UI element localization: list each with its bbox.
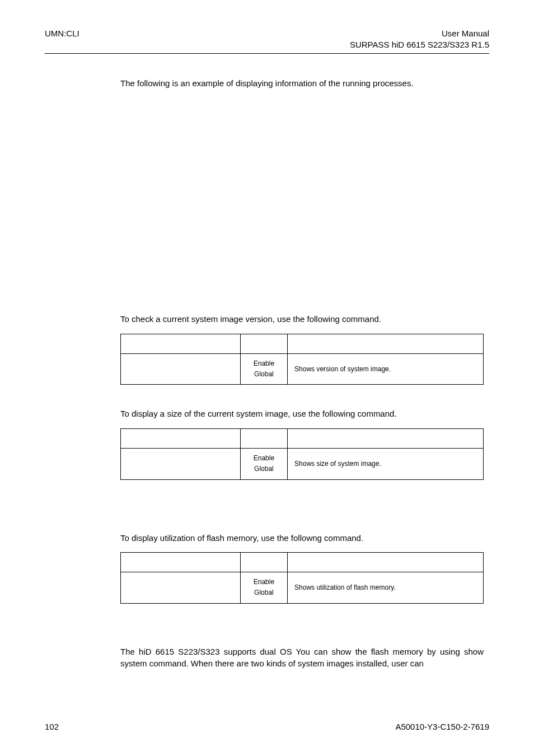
table-row: Enable Global Shows size of system image… <box>121 449 484 479</box>
mode-line: Global <box>254 589 274 596</box>
mode-line: Enable <box>254 454 274 462</box>
mode-cell: Enable Global <box>240 449 287 479</box>
mode-line: Enable <box>254 360 274 367</box>
header-rule <box>45 53 489 54</box>
mode-line: Global <box>254 370 274 378</box>
table-header-cell <box>121 429 241 449</box>
size-lead-text: To display a size of the current system … <box>120 408 484 420</box>
description-cell: Shows size of system image. <box>288 449 484 479</box>
table-row: Enable Global Shows utilization of flash… <box>121 572 484 603</box>
header-right: User Manual SURPASS hiD 6615 S223/S323 R… <box>350 28 489 51</box>
table-header-cell <box>288 429 484 449</box>
page: UMN:CLI User Manual SURPASS hiD 6615 S22… <box>0 0 534 756</box>
version-command-table: Enable Global Shows version of system im… <box>120 334 484 385</box>
header-right-line1: User Manual <box>350 28 489 39</box>
table-header-cell <box>121 334 241 354</box>
mode-cell: Enable Global <box>240 354 287 385</box>
table-header-cell <box>288 553 484 572</box>
blank-space <box>120 97 484 305</box>
flash-lead-text: To display utilization of flash memory, … <box>120 532 484 544</box>
dualos-paragraph: The hiD 6615 S223/S323 supports dual OS … <box>120 646 484 670</box>
header-left: UMN:CLI <box>45 28 79 51</box>
table-header-cell <box>240 334 287 354</box>
mode-line: Global <box>254 465 274 473</box>
running-footer: 102 A50010-Y3-C150-2-7619 <box>45 722 489 731</box>
table-row: Enable Global Shows version of system im… <box>121 354 484 385</box>
mode-line: Enable <box>254 578 274 586</box>
running-header: UMN:CLI User Manual SURPASS hiD 6615 S22… <box>45 28 489 51</box>
command-cell <box>121 449 241 479</box>
command-cell <box>121 572 241 603</box>
table-header-cell <box>121 553 241 572</box>
size-command-table: Enable Global Shows size of system image… <box>120 428 484 479</box>
footer-doc-id: A50010-Y3-C150-2-7619 <box>395 722 489 731</box>
version-lead-text: To check a current system image version,… <box>120 313 484 325</box>
description-cell: Shows utilization of flash memory. <box>288 572 484 603</box>
content-area: The following is an example of displayin… <box>120 77 484 670</box>
flash-command-table: Enable Global Shows utilization of flash… <box>120 552 484 603</box>
intro-paragraph: The following is an example of displayin… <box>120 77 484 90</box>
mode-cell: Enable Global <box>240 572 287 603</box>
table-header-row <box>121 334 484 354</box>
table-header-cell <box>240 429 287 449</box>
header-right-line2: SURPASS hiD 6615 S223/S323 R1.5 <box>350 39 489 50</box>
table-header-cell <box>240 553 287 572</box>
command-cell <box>121 354 241 385</box>
footer-page-number: 102 <box>45 722 59 731</box>
table-header-row <box>121 429 484 449</box>
description-cell: Shows version of system image. <box>288 354 484 385</box>
table-header-row <box>121 553 484 572</box>
table-header-cell <box>288 334 484 354</box>
